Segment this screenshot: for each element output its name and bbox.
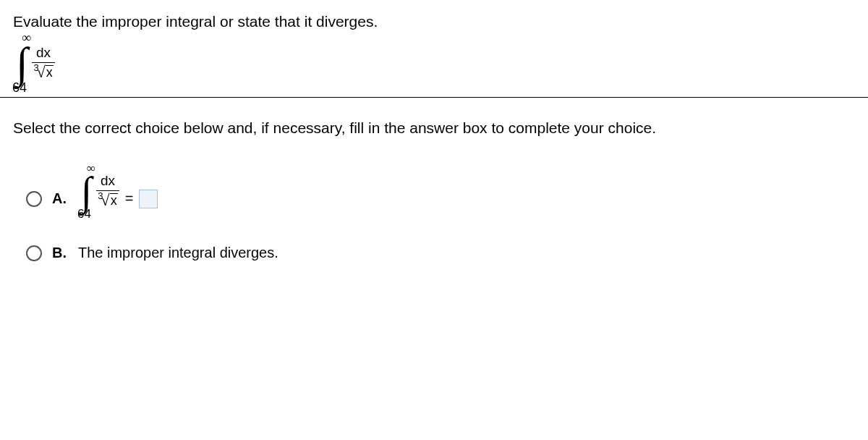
- choice-b-row[interactable]: B. The improper integral diverges.: [26, 245, 855, 261]
- integral-sign-icon: ∫: [16, 43, 27, 82]
- answer-choices: A. ∞ ∫ 64 dx 3 √: [26, 173, 855, 261]
- equals-sign: =: [125, 190, 134, 207]
- choice-a-label: A.: [52, 190, 68, 207]
- question-text: Evaluate the improper integral or state …: [13, 13, 855, 30]
- cube-root: 3 √ x: [98, 192, 117, 208]
- radicand: x: [46, 65, 54, 80]
- choice-a-row[interactable]: A. ∞ ∫ 64 dx 3 √: [26, 173, 855, 224]
- choice-b-text: The improper integral diverges.: [78, 245, 278, 261]
- choice-a-integral: ∞ ∫ 64 dx 3 √ x: [81, 173, 119, 210]
- integrand-fraction: dx 3 √ x: [96, 173, 119, 210]
- radio-b[interactable]: [26, 245, 42, 261]
- answer-input-box[interactable]: [139, 190, 158, 208]
- numerator: dx: [99, 173, 116, 190]
- lower-limit: 64: [12, 80, 27, 96]
- root-index: 3: [33, 62, 38, 73]
- radio-a[interactable]: [26, 191, 42, 207]
- question-integral: ∞ ∫ 64 dx 3 √ x: [16, 43, 55, 82]
- root-index: 3: [98, 190, 103, 201]
- numerator: dx: [35, 45, 52, 62]
- choice-b-label: B.: [52, 245, 68, 261]
- cube-root: 3 √ x: [33, 64, 53, 80]
- lower-limit: 64: [77, 207, 91, 221]
- instruction-text: Select the correct choice below and, if …: [13, 119, 855, 137]
- integrand-fraction: dx 3 √ x: [32, 45, 54, 82]
- radicand: x: [110, 193, 118, 208]
- integral-sign-icon: ∫: [81, 173, 92, 209]
